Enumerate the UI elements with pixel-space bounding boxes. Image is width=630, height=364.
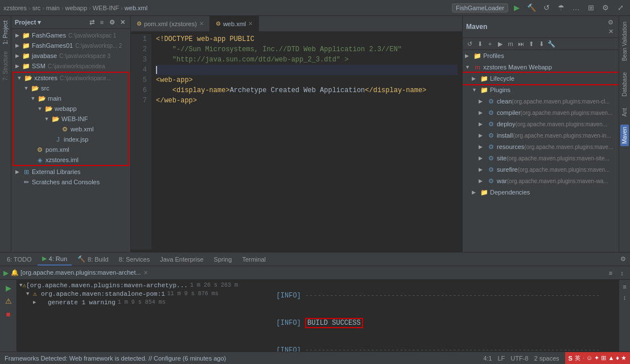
tree-item-webapp[interactable]: ▼ 📂 webapp	[14, 104, 128, 114]
tree-item-javabase[interactable]: ▶ 📁 javabase C:\java\workspace 3	[11, 51, 130, 61]
tree-item-webxml[interactable]: ▶ ⚙ web.xml	[14, 124, 128, 134]
coverage-button[interactable]: ☂	[555, 2, 567, 14]
right-tab-bean-validation[interactable]: Bean Validation	[620, 18, 629, 64]
tree-item-pomxml[interactable]: ▶ ⚙ pom.xml	[14, 144, 128, 155]
run-play-button[interactable]: ▶	[3, 282, 14, 293]
maven-collapse-icon[interactable]: ⬇	[537, 39, 546, 48]
maximize-button[interactable]: ⤢	[614, 2, 627, 14]
run-tree-item-root[interactable]: ▼ ⚠ [org.apache.maven.plugins:maven-arch…	[19, 281, 236, 289]
build-button[interactable]: 🔨	[525, 2, 538, 14]
maven-item-install[interactable]: ▶ ⚙ install (org.apache.maven.plugins:ma…	[463, 130, 619, 141]
build-success-box: BUILD SUCCESS	[305, 318, 363, 328]
tab-spring[interactable]: Spring	[209, 253, 237, 266]
tab-pomxml[interactable]: ⚙ pom.xml (xzstores) ✕	[131, 16, 210, 31]
maven-item-plugins[interactable]: ▼ 📁 Plugins	[463, 84, 619, 96]
right-strip: Bean Validation Database Ant Maven	[619, 16, 630, 252]
tree-item-fashgames[interactable]: ▶ 📁 FashGames C:\java\workspac 1	[11, 30, 130, 40]
run-warning-icon: ⚠	[3, 295, 14, 307]
breadcrumb-main[interactable]: main	[46, 5, 60, 11]
tree-item-ssm[interactable]: ▶ 📁 SSM C:\java\workspaceidea	[11, 61, 130, 71]
maven-close-icon[interactable]: ✕	[606, 27, 615, 36]
right-tab-ant[interactable]: Ant	[620, 105, 629, 120]
breadcrumb-src[interactable]: src	[32, 5, 41, 11]
maven-run2-icon[interactable]: m	[506, 39, 515, 48]
tab-run-icon: ▶	[42, 255, 47, 262]
sidebar-item-project[interactable]: 1: Project	[1, 18, 10, 47]
tab-terminal-label: Terminal	[242, 256, 266, 263]
maven-wrench-icon[interactable]: 🔧	[547, 39, 556, 48]
project-expand-icon[interactable]: ≡	[97, 18, 106, 27]
tab-build[interactable]: 🔨 8: Build	[73, 253, 113, 266]
maven-item-clean[interactable]: ▶ ⚙ clean (org.apache.maven.plugins:mave…	[463, 96, 619, 107]
project-sync-icon[interactable]: ⇄	[87, 18, 96, 27]
breadcrumb-webinf[interactable]: WEB-INF	[93, 5, 119, 11]
maven-expand-icon[interactable]: ⬆	[526, 39, 536, 48]
reload-button[interactable]: ↺	[540, 2, 553, 14]
maven-item-lifecycle[interactable]: ▶ 📁 Lifecycle	[463, 73, 619, 84]
tab-terminal[interactable]: Terminal	[237, 253, 270, 266]
tree-item-indexjsp[interactable]: ▶ J index.jsp	[14, 134, 128, 144]
maven-item-surefire[interactable]: ▶ ⚙ surefire (org.apache.maven.plugins:m…	[463, 164, 619, 175]
maven-item-profiles[interactable]: ▶ 📁 Profiles	[463, 50, 619, 61]
tree-item-scratches[interactable]: ▶ ✏ Scratches and Consoles	[11, 177, 130, 187]
sidebar-item-structure[interactable]: 7: Structure	[1, 49, 10, 83]
maven-download-icon[interactable]: ⬇	[475, 39, 484, 48]
maven-run-icon[interactable]: ▶	[496, 39, 505, 48]
tab-webxml-close[interactable]: ✕	[248, 20, 253, 27]
tab-java-enterprise[interactable]: Java Enterprise	[155, 253, 208, 266]
arrow-compiler: ▶	[479, 110, 485, 115]
right-tab-maven[interactable]: Maven	[620, 125, 629, 146]
maven-skip-icon[interactable]: ⏭	[516, 39, 525, 48]
maven-item-war[interactable]: ▶ ⚙ war (org.apache.maven.plugins:maven-…	[463, 175, 619, 187]
tree-item-xzstoresiml[interactable]: ▶ ◈ xzstores.iml	[14, 155, 128, 165]
settings-button[interactable]: ⚙	[599, 2, 612, 14]
maven-item-deploy[interactable]: ▶ ⚙ deploy (org.apache.maven.plugins:mav…	[463, 118, 619, 130]
code-editor[interactable]: <!DOCTYPE web-app PUBLIC "-//Sun Microsy…	[151, 34, 462, 250]
run-wrap-icon[interactable]: ≡	[606, 268, 615, 278]
tree-item-webinf[interactable]: ▼ 📂 WEB-INF	[14, 114, 128, 124]
maven-item-compiler[interactable]: ▶ ⚙ compiler (org.apache.maven.plugins:m…	[463, 107, 619, 118]
maven-add-icon[interactable]: +	[485, 39, 495, 48]
editor-content[interactable]: 1 2 3 4 5 6 7 <!DOCTYPE web-app PUBLIC "…	[131, 32, 462, 252]
extra-clean: (org.apache.maven.plugins:maven-cl...	[512, 98, 610, 105]
tab-run[interactable]: ▶ 4: Run	[38, 253, 72, 266]
tab-pomxml-close[interactable]: ✕	[199, 20, 204, 27]
label-fashgames01: FashGames01	[32, 42, 73, 49]
run-scroll-icon[interactable]: ↕	[617, 268, 627, 278]
breadcrumb-webapp[interactable]: webapp	[65, 5, 88, 11]
status-s-icon: S	[569, 355, 573, 362]
tab-services[interactable]: 8: Services	[114, 253, 154, 266]
tab-webxml[interactable]: ⚙ web.xml ✕	[210, 16, 259, 31]
top-bar: xzstores › src › main › webapp › WEB-INF…	[0, 0, 630, 16]
tree-item-extlibs[interactable]: ▶ ⊞ External Libraries	[11, 167, 130, 177]
run-config-selector[interactable]: FishGameLoader	[452, 3, 508, 13]
maven-item-xzstores[interactable]: ▼ m xzstores Maven Webapp	[463, 61, 619, 73]
tree-item-src[interactable]: ▼ 📂 src	[14, 83, 128, 93]
maven-item-site[interactable]: ▶ ⚙ site (org.apache.maven.plugins:maven…	[463, 152, 619, 164]
run-tree-item-generate[interactable]: ▶ ⚠ generate 1 warning 1 m 9 s 854 ms	[19, 298, 236, 307]
run-tree-item-standalone[interactable]: ▼ ⚠ org.apache.maven:standalone-pom:1 11…	[19, 289, 236, 298]
bottom-settings-icon[interactable]: ⚙	[619, 255, 628, 264]
run-button[interactable]: ▶	[510, 2, 523, 14]
right-tab-database[interactable]: Database	[620, 69, 629, 100]
maven-item-dependencies[interactable]: ▶ 📁 Dependencies	[463, 187, 619, 198]
maven-refresh-icon[interactable]: ↺	[465, 39, 474, 48]
output-scroll-icon[interactable]: ↕	[620, 293, 629, 302]
output-wrap-icon[interactable]: ≡	[620, 282, 629, 291]
tree-item-fashgames01[interactable]: ▶ 📁 FashGames01 C:\java\worksp... 2	[11, 40, 130, 51]
tree-item-main[interactable]: ▼ 📂 main	[14, 93, 128, 104]
maven-item-resources[interactable]: ▶ ⚙ resources (org.apache.maven.plugins:…	[463, 141, 619, 152]
layout-button[interactable]: ⊞	[584, 2, 597, 14]
status-message[interactable]: Frameworks Detected: Web framework is de…	[5, 355, 479, 362]
maven-settings-icon[interactable]: ⚙	[606, 18, 615, 27]
breadcrumb-xzstores[interactable]: xzstores	[3, 5, 27, 11]
run-stop-icon[interactable]: ■	[3, 308, 14, 320]
project-gear-icon[interactable]: ⚙	[108, 18, 117, 27]
breadcrumb-webxml[interactable]: web.xml	[125, 5, 147, 11]
project-close-icon[interactable]: ✕	[118, 18, 127, 27]
more-run-button[interactable]: …	[570, 2, 582, 14]
tab-todo[interactable]: 6: TODO	[2, 253, 36, 266]
run-tab-close[interactable]: ✕	[143, 270, 148, 276]
tree-item-xzstores[interactable]: ▼ 📂 xzstores C:\java\workspace...	[14, 73, 128, 83]
path-ssm: C:\java\workspaceidea	[48, 63, 105, 69]
